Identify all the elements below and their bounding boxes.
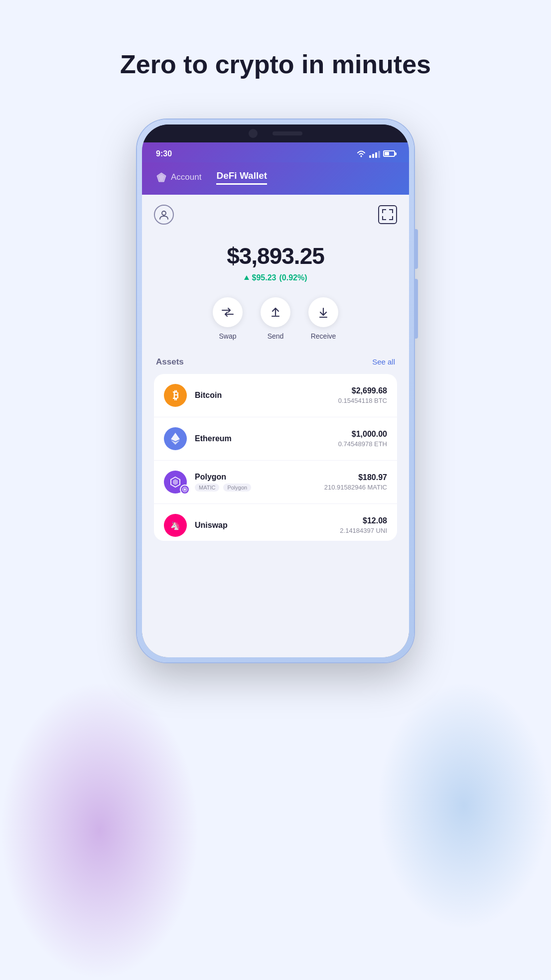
polygon-tags: MATIC Polygon — [195, 484, 324, 491]
swap-icon-circle — [213, 297, 243, 327]
wallet-content: $3,893.25 $95.23 (0.92%) — [142, 195, 409, 657]
asset-row-bitcoin[interactable]: ₿ Bitcoin $2,699.68 0.15454118 BTC — [154, 374, 397, 417]
phone-screen-container: 9:30 — [142, 124, 409, 657]
polygon-icon-wrap — [164, 471, 187, 493]
tab-account[interactable]: Account — [156, 172, 201, 183]
scan-corners-icon — [382, 209, 393, 220]
svg-marker-4 — [171, 433, 180, 441]
svg-point-0 — [361, 155, 362, 157]
bitcoin-name: Bitcoin — [195, 391, 338, 400]
asset-row-polygon[interactable]: Polygon MATIC Polygon $180.97 210.915829… — [154, 461, 397, 504]
scan-button[interactable] — [378, 205, 397, 224]
uni-logo: 🦄 — [168, 518, 182, 532]
swap-icon — [221, 307, 234, 318]
polygon-crypto: 210.91582946 MATIC — [324, 484, 387, 491]
polygon-name-group: Polygon MATIC Polygon — [195, 473, 324, 491]
bitcoin-crypto: 0.15454118 BTC — [338, 397, 387, 404]
send-icon-circle — [261, 297, 290, 327]
assets-header: Assets See all — [154, 357, 397, 367]
tab-account-label: Account — [171, 172, 201, 182]
polygon-tag-network: Polygon — [223, 484, 251, 491]
wifi-icon — [356, 150, 366, 158]
assets-list: ₿ Bitcoin $2,699.68 0.15454118 BTC — [154, 374, 397, 541]
ethereum-icon — [164, 427, 187, 450]
camera-circle — [249, 129, 258, 138]
asset-row-ethereum[interactable]: Ethereum $1,000.00 0.74548978 ETH — [154, 417, 397, 461]
matic-logo — [169, 476, 182, 489]
change-percent: (0.92%) — [279, 273, 307, 282]
bitcoin-name-group: Bitcoin — [195, 391, 338, 400]
bg-decoration-right — [377, 681, 551, 930]
polygon-usd: $180.97 — [324, 473, 387, 482]
up-arrow-icon — [244, 275, 249, 280]
bitcoin-value-group: $2,699.68 0.15454118 BTC — [338, 386, 387, 404]
svg-point-9 — [184, 489, 186, 490]
phone-frame: 9:30 — [137, 120, 414, 662]
page-title: Zero to crypto in minutes — [90, 50, 461, 80]
uniswap-crypto: 2.14184397 UNI — [340, 527, 387, 534]
receive-button[interactable]: Receive — [308, 297, 338, 340]
change-amount: $95.23 — [252, 273, 276, 282]
receive-icon-circle — [308, 297, 338, 327]
ethereum-usd: $1,000.00 — [338, 430, 387, 439]
uniswap-usd: $12.08 — [340, 516, 387, 525]
bg-decoration-left — [0, 681, 199, 980]
battery-icon — [383, 150, 395, 157]
polygon-tag-matic: MATIC — [195, 484, 219, 491]
tab-defi-label: DeFi Wallet — [216, 170, 267, 181]
swap-button[interactable]: Swap — [213, 297, 243, 340]
status-icons — [356, 150, 395, 158]
top-nav: Account DeFi Wallet — [142, 162, 409, 195]
actions-row: Swap Send — [154, 297, 397, 340]
status-time: 9:30 — [156, 149, 172, 158]
balance-section: $3,893.25 $95.23 (0.92%) — [154, 233, 397, 297]
svg-text:🦄: 🦄 — [170, 521, 180, 530]
bitcoin-usd: $2,699.68 — [338, 386, 387, 395]
ethereum-value-group: $1,000.00 0.74548978 ETH — [338, 430, 387, 448]
balance-change: $95.23 (0.92%) — [154, 273, 397, 282]
uniswap-icon: 🦄 — [164, 514, 187, 537]
ethereum-crypto: 0.74548978 ETH — [338, 440, 387, 448]
signal-icon — [369, 150, 380, 158]
balance-amount: $3,893.25 — [154, 243, 397, 269]
polygon-name: Polygon — [195, 473, 324, 482]
eth-logo — [170, 432, 181, 446]
asset-row-uniswap[interactable]: 🦄 Uniswap $12.08 2.14184397 UNI — [154, 504, 397, 541]
uniswap-name-group: Uniswap — [195, 521, 340, 530]
status-bar: 9:30 — [142, 142, 409, 162]
swap-label: Swap — [219, 332, 236, 340]
send-label: Send — [268, 332, 284, 340]
svg-marker-7 — [173, 479, 178, 485]
send-button[interactable]: Send — [261, 297, 290, 340]
receive-icon — [318, 306, 329, 318]
wallet-header — [154, 205, 397, 225]
assets-title: Assets — [156, 357, 184, 367]
receive-label: Receive — [311, 332, 336, 340]
see-all-link[interactable]: See all — [372, 358, 395, 366]
ethereum-name: Ethereum — [195, 434, 338, 443]
tab-defi[interactable]: DeFi Wallet — [216, 170, 267, 185]
svg-point-3 — [162, 211, 166, 215]
diamond-icon — [156, 172, 167, 183]
profile-icon — [158, 209, 169, 220]
power-button — [414, 279, 418, 339]
phone-notch — [142, 124, 409, 142]
speaker-bar — [273, 131, 302, 135]
bitcoin-icon: ₿ — [164, 384, 187, 407]
polygon-value-group: $180.97 210.91582946 MATIC — [324, 473, 387, 491]
uniswap-value-group: $12.08 2.14184397 UNI — [340, 516, 387, 534]
phone-mockup: 9:30 — [136, 120, 415, 662]
uniswap-name: Uniswap — [195, 521, 340, 530]
polygon-overlay-badge — [180, 485, 190, 494]
app-screen: 9:30 — [142, 142, 409, 657]
ethereum-name-group: Ethereum — [195, 434, 338, 443]
volume-button — [414, 229, 418, 269]
polygon-badge-icon — [182, 487, 188, 492]
profile-button[interactable] — [154, 205, 174, 225]
send-icon — [270, 306, 281, 318]
